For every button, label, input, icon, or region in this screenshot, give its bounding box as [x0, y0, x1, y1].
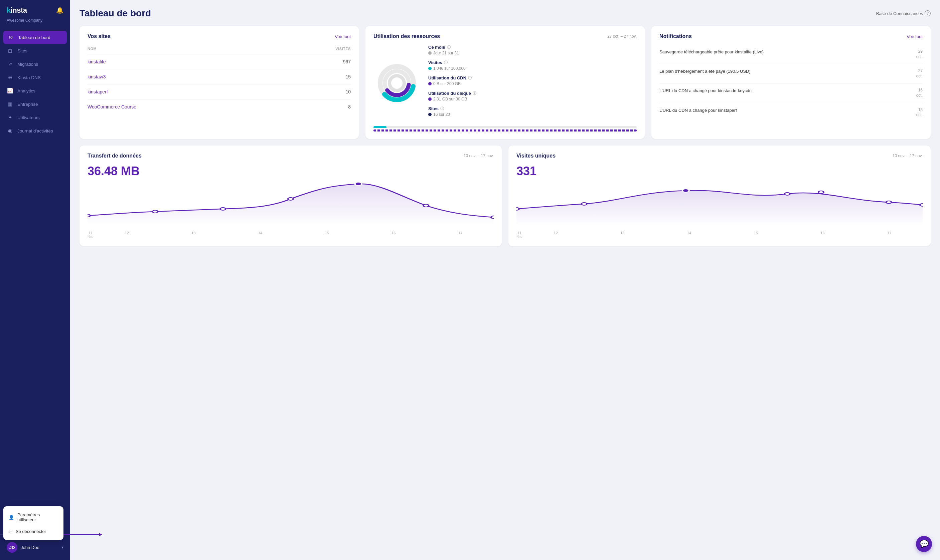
notification-date: 27oct.: [916, 68, 923, 79]
site-name[interactable]: kinstaperf: [88, 85, 288, 100]
sidebar-logo-area: kinsta 🔔: [0, 0, 70, 18]
transfer-card: Transfert de données 10 nov. – 17 nov. 3…: [80, 146, 502, 246]
resource-stat-disk: Utilisation du disque ⓘ 2.31 GB sur 30 G…: [428, 91, 637, 102]
sidebar-item-sites[interactable]: ◻ Sites: [0, 44, 70, 57]
transfer-card-title: Transfert de données: [88, 153, 142, 159]
sites-col-name: NOM: [88, 45, 288, 54]
svg-point-11: [491, 216, 494, 218]
vx-label-17: 17: [856, 231, 923, 238]
visits-card: Visites uniques 10 nov. – 17 nov. 331: [508, 146, 931, 246]
stat-visits-label: Visites: [428, 60, 442, 65]
chat-button[interactable]: 💬: [916, 536, 932, 552]
company-name: Awesome Company: [0, 18, 70, 28]
x-label-15: 15: [293, 231, 360, 238]
notification-text: L'URL du CDN a changé pour kinstaperf: [659, 108, 912, 114]
sidebar-item-label: Kinsta DNS: [17, 75, 41, 80]
svg-point-7: [220, 208, 225, 210]
sidebar-item-migrations[interactable]: ↗ Migrations: [0, 57, 70, 71]
notification-text: Le plan d'hébergement a été payé (190.5 …: [659, 68, 912, 74]
info-icon: ⓘ: [447, 45, 451, 50]
logo: kinsta: [7, 6, 27, 15]
vx-label-15: 15: [722, 231, 789, 238]
svg-point-12: [516, 208, 519, 210]
notification-item: Sauvegarde téléchargeable prête pour kin…: [659, 45, 923, 64]
top-cards-grid: Vos sites Voir tout NOM VISITES kinstali…: [80, 26, 931, 139]
info-icon-cdn: ⓘ: [468, 75, 472, 80]
vx-label-14: 14: [656, 231, 722, 238]
sidebar-nav: ⊙ Tableau de bord ◻ Sites ↗ Migrations ⊕…: [0, 28, 70, 534]
notification-item: Le plan d'hébergement a été payé (190.5 …: [659, 64, 923, 83]
transfer-x-labels: 11 Nov 12 13 14 15 16 17: [88, 229, 494, 238]
dot-visits: [428, 67, 432, 70]
resource-donut-wrapper: Ce mois ⓘ Jour 21 sur 31 Visites ⓘ: [374, 45, 637, 122]
dashed-progress: [374, 129, 637, 131]
stat-disk-sub: 2.31 GB sur 30 GB: [433, 97, 467, 102]
transfer-chart-svg: [88, 182, 494, 226]
resource-stat-cdn: Utilisation du CDN ⓘ 0 B sur 200 GB: [428, 75, 637, 86]
logout-label: Se déconnecter: [16, 529, 46, 534]
info-icon-sites: ⓘ: [440, 106, 444, 111]
logout-menu-item[interactable]: ⇦ Se déconnecter: [3, 526, 63, 537]
site-name[interactable]: WooCommerce Course: [88, 100, 288, 114]
notification-date: 16oct.: [916, 88, 923, 98]
stat-cdn-label: Utilisation du CDN: [428, 75, 466, 80]
dashed-bar: [374, 129, 637, 131]
resource-stats: Ce mois ⓘ Jour 21 sur 31 Visites ⓘ: [428, 45, 637, 122]
resources-card-title: Utilisation des ressources: [374, 33, 440, 39]
svg-point-8: [288, 198, 293, 200]
visits-card-title: Visites uniques: [516, 153, 556, 159]
notification-date: 15oct.: [916, 108, 923, 118]
knowledge-base-label: Base de Connaissances: [876, 11, 923, 16]
x-label-12: 12: [94, 231, 161, 238]
sidebar-item-dashboard[interactable]: ⊙ Tableau de bord: [3, 31, 67, 44]
user-settings-icon: 👤: [9, 515, 14, 520]
sidebar: kinsta 🔔 Awesome Company ⊙ Tableau de bo…: [0, 0, 70, 560]
notification-item: L'URL du CDN a changé pour kinstacdn-key…: [659, 83, 923, 103]
visits-date-range: 10 nov. – 17 nov.: [892, 154, 923, 158]
info-icon-disk: ⓘ: [473, 91, 476, 96]
x-label-16: 16: [360, 231, 427, 238]
avatar: JD: [7, 542, 17, 553]
resources-date-range: 27 oct. – 27 nov.: [607, 34, 637, 39]
bell-icon[interactable]: 🔔: [56, 7, 63, 14]
site-name[interactable]: kinstaw3: [88, 69, 288, 85]
sidebar-item-label: Entreprise: [17, 102, 38, 107]
site-name[interactable]: kinstalife: [88, 54, 288, 69]
dot-month: [428, 51, 432, 55]
user-settings-menu-item[interactable]: 👤 Paramètres utilisateur: [3, 509, 63, 526]
sidebar-item-dns[interactable]: ⊕ Kinsta DNS: [0, 71, 70, 84]
sidebar-item-label: Tableau de bord: [18, 35, 51, 40]
activity-icon: ◉: [7, 128, 13, 134]
notification-text: Sauvegarde téléchargeable prête pour kin…: [659, 49, 912, 55]
page-title: Tableau de bord: [80, 8, 151, 19]
sidebar-item-analytics[interactable]: 📈 Analytics: [0, 84, 70, 97]
sidebar-item-label: Sites: [17, 48, 28, 54]
x-label-14: 14: [227, 231, 293, 238]
svg-point-18: [920, 203, 923, 206]
svg-point-6: [153, 210, 158, 213]
transfer-card-header: Transfert de données 10 nov. – 17 nov.: [88, 153, 494, 159]
knowledge-base-link[interactable]: Base de Connaissances ?: [876, 10, 931, 16]
sidebar-item-activity[interactable]: ◉ Journal d'activités: [0, 124, 70, 137]
notifications-list: Sauvegarde téléchargeable prête pour kin…: [659, 45, 923, 122]
resource-stat-visits: Visites ⓘ 1,046 sur 100,000: [428, 60, 637, 71]
user-row[interactable]: JD John Doe ▾: [0, 538, 70, 556]
notifications-voir-tout-link[interactable]: Voir tout: [907, 34, 923, 39]
transfer-date-range: 10 nov. – 17 nov.: [464, 154, 494, 158]
sidebar-item-enterprise[interactable]: ▦ Entreprise: [0, 97, 70, 111]
sites-voir-tout-link[interactable]: Voir tout: [335, 34, 351, 39]
logout-icon: ⇦: [9, 529, 12, 534]
sidebar-item-users[interactable]: ✦ Utilisateurs: [0, 111, 70, 124]
bottom-cards-grid: Transfert de données 10 nov. – 17 nov. 3…: [80, 146, 931, 246]
visits-chart: [516, 182, 923, 229]
stat-cdn-sub: 0 B sur 200 GB: [433, 82, 461, 86]
notification-item: L'URL du CDN a changé pour kinstaperf 15…: [659, 103, 923, 122]
svg-point-15: [785, 192, 790, 195]
visits-card-header: Visites uniques 10 nov. – 17 nov.: [516, 153, 923, 159]
sites-col-visits: VISITES: [288, 45, 351, 54]
sidebar-item-label: Analytics: [17, 88, 36, 94]
stat-sites-sub: 16 sur 20: [433, 112, 450, 117]
svg-point-10: [423, 204, 429, 207]
site-visits: 15: [288, 69, 351, 85]
stat-month-label: Ce mois: [428, 45, 445, 50]
